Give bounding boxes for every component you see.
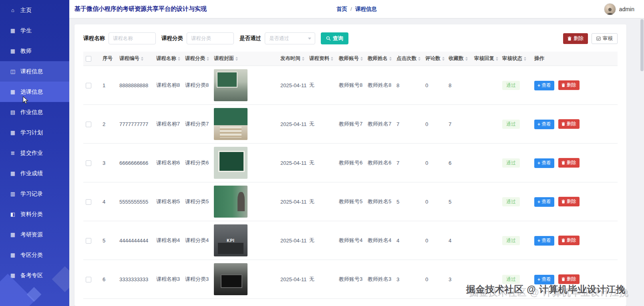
breadcrumb-separator: / <box>350 6 352 12</box>
sidebar-item-homework-grades[interactable]: ▦ 作业成绩 <box>0 163 69 184</box>
search-button[interactable]: 查询 <box>321 32 348 44</box>
content-area: 课程名称 课程分类 是否通过 是否通过 <box>69 18 644 306</box>
course-name-input[interactable] <box>109 32 156 44</box>
cell-no: 5 <box>100 221 117 260</box>
sort-icon[interactable] <box>331 57 333 61</box>
sort-icon[interactable] <box>389 57 392 61</box>
bulk-delete-button[interactable]: 删除 <box>563 33 588 44</box>
column-header-course-name[interactable]: 课程名称 <box>154 52 183 66</box>
column-header-audit-status[interactable]: 审核状态 <box>500 52 532 66</box>
view-button[interactable]: +查看 <box>534 275 554 284</box>
sidebar-item-study-plan[interactable]: ▦ 学习计划 <box>0 122 69 143</box>
table-header-row: 序号 课程编号 课程名称 课程分类 课程封面 发布时间 课程资料 教师账号 教师… <box>83 52 618 66</box>
cell-teacher-name: 教师姓名3 <box>365 260 394 299</box>
column-header-favorites[interactable]: 收藏数 <box>446 52 472 66</box>
cell-no: 4 <box>100 182 117 221</box>
column-header-course-cover[interactable]: 课程封面 <box>211 52 278 66</box>
row-checkbox[interactable] <box>86 83 91 88</box>
column-header-course-code[interactable]: 课程编号 <box>117 52 154 66</box>
sidebar-item-submit-homework[interactable]: ≣ 提交作业 <box>0 143 69 163</box>
course-cover-image <box>214 263 248 295</box>
sort-icon[interactable] <box>141 57 143 61</box>
sidebar-item-zone-category[interactable]: ▦ 专区分类 <box>0 245 69 265</box>
cell-course-category: 课程分类5 <box>183 182 211 221</box>
delete-row-button[interactable]: 删除 <box>558 119 580 129</box>
view-button[interactable]: +查看 <box>534 81 554 90</box>
pass-status-select[interactable]: 是否通过 <box>265 32 315 44</box>
main-area: 基于微信小程序的考研资源共享平台的设计与实现 首页 / 课程信息 admin 课… <box>69 0 644 306</box>
cell-publish-time: 2025-04-11 <box>278 260 307 299</box>
column-header-publish-time[interactable]: 发布时间 <box>278 52 307 66</box>
sidebar-item-material-category[interactable]: ◧ 资料分类 <box>0 204 69 224</box>
username-label: admin <box>619 6 634 12</box>
scrollbar[interactable] <box>640 19 644 305</box>
sort-icon[interactable] <box>207 57 209 61</box>
cell-course-material: 无 <box>307 144 336 182</box>
cell-teacher-name: 教师姓名4 <box>365 221 394 260</box>
cell-teacher-account: 教师账号4 <box>336 221 365 260</box>
sort-icon[interactable] <box>178 57 180 61</box>
cell-audit-reply <box>472 182 500 221</box>
sort-icon[interactable] <box>235 57 238 61</box>
sort-icon[interactable] <box>442 57 445 61</box>
cell-course-material: 无 <box>307 66 336 105</box>
sort-icon[interactable] <box>524 57 526 61</box>
view-button[interactable]: +查看 <box>534 120 554 129</box>
sidebar-item-home[interactable]: ⌂ 主页 <box>0 0 69 20</box>
view-button[interactable]: +查看 <box>534 158 554 168</box>
delete-row-button[interactable]: 删除 <box>558 236 580 245</box>
sort-icon[interactable] <box>496 57 498 61</box>
row-checkbox[interactable] <box>86 122 91 127</box>
sidebar-item-students[interactable]: ▦ 学生 <box>0 20 69 41</box>
sidebar-item-course-selection[interactable]: ▦ 选课信息 <box>0 82 69 102</box>
sort-icon[interactable] <box>302 57 304 61</box>
delete-row-button[interactable]: 删除 <box>558 197 580 206</box>
mouse-cursor <box>22 96 28 106</box>
column-header-course-material[interactable]: 课程资料 <box>307 52 336 66</box>
delete-row-button[interactable]: 删除 <box>558 80 580 90</box>
avatar[interactable] <box>604 3 616 15</box>
cell-course-name: 课程名称4 <box>154 221 183 260</box>
audit-icon <box>596 36 601 41</box>
sidebar-item-label: 学生 <box>20 27 32 34</box>
page-title: 基于微信小程序的考研资源共享平台的设计与实现 <box>74 5 207 13</box>
user-menu[interactable]: admin <box>604 3 634 15</box>
sidebar-item-study-records[interactable]: ▥ 学习记录 <box>0 184 69 204</box>
sidebar-item-exam-resources[interactable]: ▦ 考研资源 <box>0 224 69 245</box>
column-header-teacher-name[interactable]: 教师姓名 <box>365 52 394 66</box>
trash-icon <box>568 36 572 41</box>
column-header-clicks[interactable]: 点击次数 <box>394 52 423 66</box>
cell-audit-reply <box>472 260 500 299</box>
cell-course-material: 无 <box>307 260 336 299</box>
row-checkbox[interactable] <box>86 238 91 244</box>
view-button[interactable]: +查看 <box>534 197 554 207</box>
row-checkbox[interactable] <box>86 199 91 205</box>
cell-comments: 0 <box>423 221 446 260</box>
sort-icon[interactable] <box>418 57 421 61</box>
column-header-course-category[interactable]: 课程分类 <box>183 52 211 66</box>
sidebar-item-course-info[interactable]: ◫ 课程信息 <box>0 61 69 82</box>
breadcrumb-home[interactable]: 首页 <box>336 6 347 13</box>
cell-course-name: 课程名称7 <box>154 105 183 144</box>
audit-button[interactable]: 审核 <box>592 33 618 44</box>
select-all-checkbox[interactable] <box>86 56 91 62</box>
column-header-audit-reply[interactable]: 审核回复 <box>472 52 500 66</box>
row-checkbox[interactable] <box>86 160 91 166</box>
sidebar-item-teachers[interactable]: ▦ 教师 <box>0 41 69 61</box>
column-header-comments[interactable]: 评论数 <box>423 52 446 66</box>
select-all-header[interactable] <box>83 52 100 66</box>
view-button[interactable]: +查看 <box>534 236 554 246</box>
scrollbar-thumb[interactable] <box>640 19 644 71</box>
column-header-teacher-account[interactable]: 教师账号 <box>336 52 365 66</box>
row-checkbox[interactable] <box>86 277 91 282</box>
sort-icon[interactable] <box>465 57 468 61</box>
sidebar-item-label: 课程信息 <box>20 68 43 75</box>
column-header-no: 序号 <box>100 52 117 66</box>
sort-icon[interactable] <box>360 57 363 61</box>
course-category-input[interactable] <box>187 32 234 44</box>
cell-teacher-account: 教师账号6 <box>336 144 365 182</box>
cell-audit-reply <box>472 66 500 105</box>
sidebar-item-homework-info[interactable]: ▤ 作业信息 <box>0 102 69 122</box>
delete-row-button[interactable]: 删除 <box>558 274 580 284</box>
delete-row-button[interactable]: 删除 <box>558 158 580 168</box>
